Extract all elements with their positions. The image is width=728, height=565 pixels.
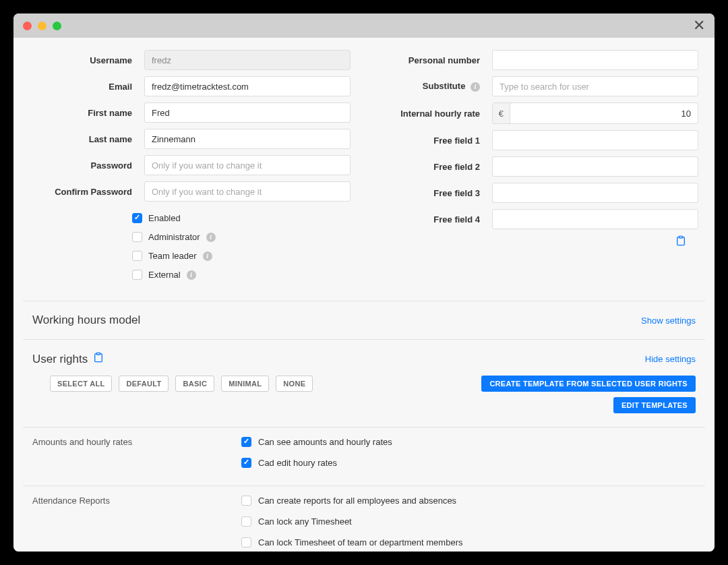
link-hide-settings[interactable]: Hide settings (645, 354, 696, 364)
label-last-name: Last name (30, 134, 144, 144)
checkbox-team-leader-label: Team leader (148, 251, 197, 261)
left-column: Username Email First name Last name Pass… (30, 50, 351, 289)
field-personal-number: Personal number (377, 50, 698, 70)
clipboard-icon[interactable] (93, 352, 104, 366)
field-internal-rate: Internal hourly rate € (377, 102, 698, 124)
input-last-name[interactable] (144, 129, 351, 149)
rights-actions: SELECT ALL DEFAULT BASIC MINIMAL NONE CR… (23, 366, 705, 427)
label-email: Email (30, 82, 144, 92)
rights-group-options-amounts: Can see amounts and hourly rates Cad edi… (241, 437, 696, 479)
titlebar: ✕ (13, 13, 715, 38)
label-free3: Free field 3 (377, 188, 492, 198)
preset-buttons: SELECT ALL DEFAULT BASIC MINIMAL NONE (50, 376, 313, 392)
checkbox-lock-any-timesheet[interactable] (241, 516, 251, 527)
field-free1: Free field 1 (377, 130, 698, 150)
field-first-name: First name (30, 102, 351, 123)
field-free4: Free field 4 (377, 209, 698, 229)
traffic-lights (23, 22, 61, 30)
input-free2[interactable] (492, 156, 698, 177)
input-email[interactable] (144, 76, 351, 96)
perm-label: Can create reports for all employees and… (258, 496, 456, 506)
checkbox-external[interactable] (132, 270, 142, 280)
input-username (144, 50, 351, 70)
label-substitute: Substitute i (377, 81, 492, 92)
currency-input-wrap: € (492, 102, 698, 124)
rights-group-amounts: Amounts and hourly rates Can see amounts… (23, 427, 705, 486)
rights-group-label-amounts: Amounts and hourly rates (32, 437, 241, 479)
checkbox-administrator[interactable] (132, 232, 142, 242)
section-title-working-hours: Working hours model (32, 314, 140, 327)
link-show-settings[interactable]: Show settings (641, 316, 696, 326)
section-title-user-rights: User rights (32, 352, 104, 366)
checkbox-enabled-row: Enabled (30, 213, 351, 223)
section-working-hours: Working hours model Show settings (23, 301, 705, 340)
create-template-button[interactable]: CREATE TEMPLATE FROM SELECTED USER RIGHT… (481, 376, 696, 392)
checkbox-can-edit-hourly[interactable] (241, 458, 251, 468)
svg-rect-0 (679, 236, 682, 238)
form-grid: Username Email First name Last name Pass… (23, 50, 705, 289)
perm-label: Can see amounts and hourly rates (258, 437, 392, 447)
preset-none[interactable]: NONE (276, 376, 313, 392)
content-area: Username Email First name Last name Pass… (13, 38, 715, 552)
input-personal-number[interactable] (492, 50, 698, 70)
info-icon[interactable]: i (187, 270, 196, 280)
preset-basic[interactable]: BASIC (175, 376, 214, 392)
input-substitute[interactable] (492, 76, 698, 96)
info-icon[interactable]: i (471, 82, 480, 92)
checkbox-lock-team-timesheet[interactable] (241, 537, 251, 547)
perm-label: Cad edit houry rates (258, 458, 337, 468)
perm-can-see-amounts: Can see amounts and hourly rates (241, 437, 696, 447)
field-substitute: Substitute i (377, 76, 698, 96)
maximize-icon[interactable] (53, 22, 61, 30)
close-button[interactable]: ✕ (693, 17, 705, 34)
checkbox-team-leader-row: Team leader i (30, 251, 351, 261)
field-free2: Free field 2 (377, 156, 698, 177)
label-first-name: First name (30, 108, 144, 118)
clipboard-action (377, 235, 698, 249)
currency-symbol: € (493, 103, 510, 123)
checkbox-enabled-label: Enabled (148, 213, 181, 223)
perm-create-reports: Can create reports for all employees and… (241, 496, 696, 506)
input-confirm-password[interactable] (144, 181, 351, 202)
checkbox-enabled[interactable] (132, 213, 142, 223)
label-password: Password (30, 160, 144, 171)
minimize-icon[interactable] (38, 22, 47, 30)
checkbox-team-leader[interactable] (132, 251, 142, 261)
template-buttons: CREATE TEMPLATE FROM SELECTED USER RIGHT… (481, 376, 696, 413)
checkbox-external-row: External i (30, 270, 351, 280)
checkbox-create-reports[interactable] (241, 496, 251, 506)
checkbox-external-label: External (148, 270, 181, 280)
info-icon[interactable]: i (206, 233, 216, 242)
input-password[interactable] (144, 155, 351, 175)
input-first-name[interactable] (144, 102, 351, 123)
label-personal-number: Personal number (377, 55, 492, 65)
checkbox-administrator-row: Administrator i (30, 232, 351, 242)
label-free2: Free field 2 (377, 162, 492, 172)
rights-group-options-attendance: Can create reports for all employees and… (241, 496, 696, 552)
input-internal-rate[interactable] (510, 103, 698, 123)
edit-templates-button[interactable]: EDIT TEMPLATES (613, 397, 696, 413)
input-free1[interactable] (492, 130, 698, 150)
perm-label: Can lock Timesheet of team or department… (258, 537, 462, 547)
preset-default[interactable]: DEFAULT (119, 376, 169, 392)
label-substitute-text: Substitute (423, 81, 466, 91)
preset-select-all[interactable]: SELECT ALL (50, 376, 112, 392)
rights-group-label-attendance: Attendance Reports (32, 496, 241, 552)
input-free4[interactable] (492, 209, 698, 229)
input-free3[interactable] (492, 183, 698, 203)
close-icon[interactable] (23, 22, 32, 30)
field-last-name: Last name (30, 129, 351, 149)
section-title-user-rights-text: User rights (32, 353, 88, 366)
right-column: Personal number Substitute i Internal ho… (377, 50, 698, 289)
checkbox-can-see-amounts[interactable] (241, 437, 251, 447)
clipboard-icon[interactable] (675, 235, 686, 249)
label-username: Username (30, 55, 144, 65)
perm-label: Can lock any Timesheet (258, 516, 352, 527)
app-window: ✕ Username Email First name Last name (13, 13, 715, 552)
label-internal-rate: Internal hourly rate (377, 109, 492, 119)
perm-can-edit-hourly: Cad edit houry rates (241, 458, 696, 468)
field-confirm-password: Confirm Password (30, 181, 351, 202)
svg-rect-1 (97, 353, 100, 355)
preset-minimal[interactable]: MINIMAL (221, 376, 269, 392)
info-icon[interactable]: i (203, 251, 212, 261)
